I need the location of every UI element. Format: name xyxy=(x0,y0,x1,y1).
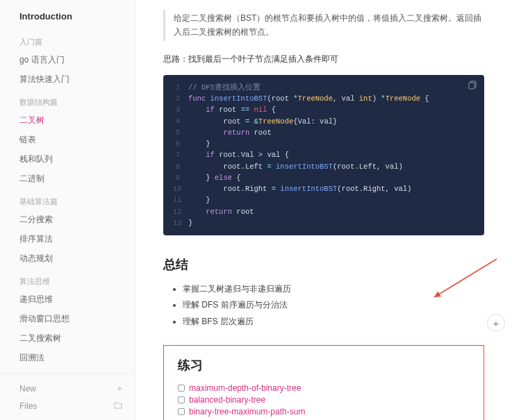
practice-item: maximum-depth-of-binary-tree xyxy=(178,383,470,393)
sidebar-group-label: 算法思维 xyxy=(0,268,135,289)
line-number: 8 xyxy=(173,161,188,172)
line-number: 3 xyxy=(173,104,188,115)
copy-icon[interactable] xyxy=(468,81,477,92)
summary-item: 理解 DFS 前序遍历与分治法 xyxy=(183,299,484,312)
sidebar-files-label: Files xyxy=(19,401,37,411)
sidebar-item[interactable]: 链表 xyxy=(0,130,135,149)
sidebar-item[interactable]: 二叉搜索树 xyxy=(0,328,135,348)
sidebar-group-label: 入门篇 xyxy=(0,28,135,50)
summary-item: 理解 BFS 层次遍历 xyxy=(183,315,484,328)
code-line: 1// DFS查找插入位置 xyxy=(173,82,474,93)
sidebar-item[interactable]: 栈和队列 xyxy=(0,149,135,169)
sidebar-item[interactable]: 回溯法 xyxy=(0,348,135,367)
sidebar-title[interactable]: Introduction xyxy=(0,8,135,28)
code-line: 4 root = &TreeNode{Val: val} xyxy=(173,116,474,127)
add-button[interactable]: + xyxy=(487,314,505,332)
code-line: 13} xyxy=(173,217,474,228)
line-number: 6 xyxy=(173,138,188,149)
line-number: 12 xyxy=(173,206,188,217)
plus-icon: + xyxy=(117,383,122,394)
thought-text: 找到最后一个叶子节点满足插入条件即可 xyxy=(188,54,338,64)
code-line: 6 } xyxy=(173,138,474,149)
sidebar-content: Introduction 入门篇go 语言入门算法快速入门数据结构篇二叉树链表栈… xyxy=(0,8,135,373)
practice-link[interactable]: binary-tree-maximum-path-sum xyxy=(189,407,305,417)
line-number: 1 xyxy=(173,82,188,93)
main-content: 给定二叉搜索树（BST）的根节点和要插入树中的值，将值插入二叉搜索树。返回插入后… xyxy=(135,0,512,420)
sidebar-item[interactable]: 递归思维 xyxy=(0,289,135,309)
line-number: 2 xyxy=(173,93,188,104)
sidebar: Introduction 入门篇go 语言入门算法快速入门数据结构篇二叉树链表栈… xyxy=(0,0,135,420)
sidebar-footer: New + Files xyxy=(0,373,135,420)
code-line: 10 root.Right = insertIntoBST(root.Right… xyxy=(173,183,474,194)
checkbox-icon[interactable] xyxy=(178,385,185,392)
practice-item: balanced-binary-tree xyxy=(178,395,470,405)
sidebar-item[interactable]: go 语言入门 xyxy=(0,50,135,69)
checkbox-icon[interactable] xyxy=(178,408,185,415)
practice-item: binary-tree-maximum-path-sum xyxy=(178,407,470,417)
sidebar-new-label: New xyxy=(19,384,36,394)
sidebar-item[interactable]: 滑动窗口思想 xyxy=(0,309,135,328)
sidebar-item[interactable]: 二进制 xyxy=(0,169,135,188)
line-number: 11 xyxy=(173,194,188,205)
summary-list: 掌握二叉树递归与非递归遍历理解 DFS 前序遍历与分治法理解 BFS 层次遍历 xyxy=(163,283,484,328)
code-line: 2func insertIntoBST(root *TreeNode, val … xyxy=(173,93,474,104)
svg-rect-1 xyxy=(469,83,474,89)
sidebar-files[interactable]: Files xyxy=(0,397,135,414)
sidebar-item[interactable]: 动态规划 xyxy=(0,249,135,268)
folder-icon xyxy=(114,401,122,411)
code-line: 7 if root.Val > val { xyxy=(173,149,474,160)
summary-heading: 总结 xyxy=(163,256,484,273)
line-number: 13 xyxy=(173,217,188,228)
sidebar-item[interactable]: 算法快速入门 xyxy=(0,69,135,89)
plus-icon: + xyxy=(493,317,499,329)
code-line: 3 if root == nil { xyxy=(173,104,474,115)
problem-quote: 给定二叉搜索树（BST）的根节点和要插入树中的值，将值插入二叉搜索树。返回插入后… xyxy=(163,10,484,41)
line-number: 7 xyxy=(173,149,188,160)
summary-item: 掌握二叉树递归与非递归遍历 xyxy=(183,283,484,296)
practice-link[interactable]: maximum-depth-of-binary-tree xyxy=(189,383,301,393)
sidebar-group-label: 数据结构篇 xyxy=(0,89,135,110)
practice-box: 练习 maximum-depth-of-binary-treebalanced-… xyxy=(163,345,484,420)
code-line: 5 return root xyxy=(173,127,474,138)
line-number: 9 xyxy=(173,172,188,183)
checkbox-icon[interactable] xyxy=(178,396,185,403)
code-content: 1// DFS查找插入位置2func insertIntoBST(root *T… xyxy=(173,82,474,228)
sidebar-item[interactable]: 排序算法 xyxy=(0,229,135,249)
practice-link[interactable]: balanced-binary-tree xyxy=(189,395,265,405)
thought-para: 思路：找到最后一个叶子节点满足插入条件即可 xyxy=(163,53,484,65)
line-number: 10 xyxy=(173,183,188,194)
code-line: 11 } xyxy=(173,194,474,205)
code-block: 1// DFS查找插入位置2func insertIntoBST(root *T… xyxy=(163,75,484,235)
practice-heading: 练习 xyxy=(178,357,470,373)
line-number: 5 xyxy=(173,127,188,138)
code-line: 8 root.Left = insertIntoBST(root.Left, v… xyxy=(173,161,474,172)
sidebar-item[interactable]: 二分搜索 xyxy=(0,210,135,229)
thought-label: 思路： xyxy=(163,54,188,64)
code-line: 9 } else { xyxy=(173,172,474,183)
line-number: 4 xyxy=(173,116,188,127)
code-line: 12 return root xyxy=(173,206,474,217)
sidebar-group-label: 基础算法篇 xyxy=(0,188,135,210)
sidebar-new[interactable]: New + xyxy=(0,380,135,397)
sidebar-item[interactable]: 二叉树 xyxy=(0,110,135,130)
